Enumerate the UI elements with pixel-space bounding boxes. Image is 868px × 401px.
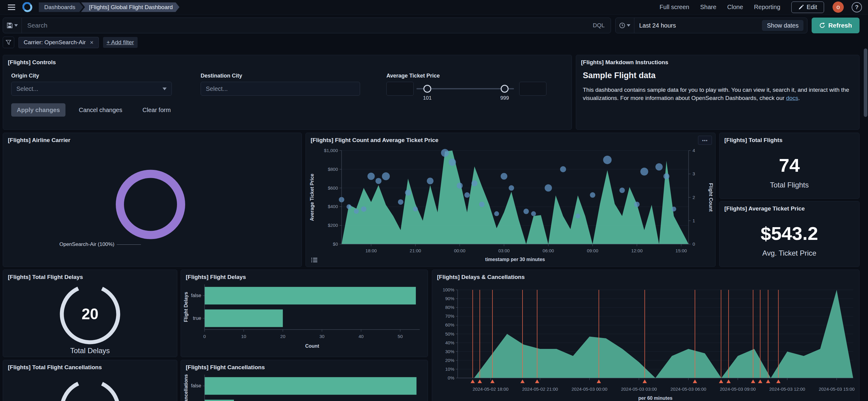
funnel-icon: [6, 40, 11, 45]
svg-text:80%: 80%: [445, 305, 454, 310]
breadcrumb-current-dashboard[interactable]: [Flights] Global Flight Dashboard: [81, 2, 179, 12]
refresh-icon: [819, 23, 825, 29]
panel-average-ticket-price: [Flights] Average Ticket Price $543.2 Av…: [719, 201, 860, 267]
search-input[interactable]: [22, 22, 587, 29]
panel-title[interactable]: [Flights] Markdown Instructions: [576, 55, 859, 66]
panel-menu-icon[interactable]: •••: [698, 136, 712, 145]
help-icon[interactable]: ?: [851, 2, 862, 12]
svg-text:$200: $200: [328, 223, 338, 228]
svg-text:0: 0: [692, 241, 695, 246]
total-cancellations-gauge: [3, 371, 177, 401]
price-range-handle-min[interactable]: [424, 85, 431, 93]
svg-text:$400: $400: [328, 204, 338, 209]
search-box: DQL: [3, 18, 611, 33]
panel-title[interactable]: [Flights] Delays & Cancellations: [432, 270, 859, 280]
svg-text:40: 40: [359, 334, 364, 339]
svg-text:06:00: 06:00: [542, 248, 554, 253]
panel-title[interactable]: [Flights] Total Flights: [719, 133, 859, 143]
svg-text:per 60 minutes: per 60 minutes: [638, 396, 673, 401]
panel-title[interactable]: [Flights] Flight Cancellations: [181, 360, 428, 371]
share-button[interactable]: Share: [700, 4, 716, 10]
flight-count-price-chart[interactable]: $0$200$400$600$800$1,0000123418:0021:000…: [306, 145, 715, 267]
svg-text:50%: 50%: [445, 331, 454, 336]
gauge-ring: [59, 378, 121, 401]
full-screen-button[interactable]: Full screen: [659, 4, 689, 10]
svg-text:0%: 0%: [447, 375, 454, 380]
svg-text:2024-05-03 03:00: 2024-05-03 03:00: [621, 387, 657, 392]
svg-text:20: 20: [280, 334, 285, 339]
opensearch-logo-icon[interactable]: [23, 2, 33, 12]
edit-button-label: Edit: [807, 4, 817, 10]
leader-line: [117, 244, 141, 245]
price-range-slider[interactable]: [416, 88, 514, 89]
chevron-down-icon: [627, 24, 630, 27]
svg-text:70%: 70%: [445, 313, 454, 319]
menu-icon: [8, 4, 15, 10]
time-range-value[interactable]: Last 24 hours: [639, 22, 676, 29]
panel-title[interactable]: [Flights] Total Flight Cancellations: [3, 360, 177, 371]
filter-pill-carrier[interactable]: Carrier: OpenSearch-Air ×: [19, 37, 99, 48]
markdown-body: This dashboard contains sample data for …: [583, 86, 853, 102]
svg-text:2024-05-03 12:00: 2024-05-03 12:00: [769, 387, 805, 392]
cancel-changes-button[interactable]: Cancel changes: [79, 103, 122, 116]
svg-text:90%: 90%: [445, 296, 454, 301]
svg-text:10%: 10%: [445, 366, 454, 372]
panel-title[interactable]: [Flights] Average Ticket Price: [719, 201, 859, 212]
svg-text:30%: 30%: [445, 349, 454, 354]
flight-delays-bar-chart[interactable]: falsetrue01020304050CountFlight Delays: [181, 282, 428, 357]
price-range-handle-max[interactable]: [501, 85, 508, 93]
svg-text:2024-05-02 18:00: 2024-05-02 18:00: [473, 387, 508, 392]
flight-cancellations-bar-chart[interactable]: falsetrue0102030405060CountFlight Cancel…: [181, 372, 428, 401]
menu-button[interactable]: [6, 2, 17, 13]
avatar[interactable]: o: [833, 1, 844, 13]
svg-text:30: 30: [319, 334, 324, 339]
clone-button[interactable]: Clone: [727, 4, 743, 10]
filter-options-button[interactable]: [3, 37, 14, 48]
metric-label: Total Flights: [770, 181, 809, 189]
panel-title[interactable]: [Flights] Controls: [3, 55, 571, 66]
price-max-input[interactable]: [519, 82, 547, 96]
refresh-button[interactable]: Refresh: [812, 18, 860, 33]
query-language-button[interactable]: DQL: [587, 22, 611, 29]
time-quick-select-button[interactable]: [616, 18, 634, 33]
docs-link[interactable]: docs: [786, 95, 798, 101]
delays-cancellations-chart[interactable]: 0%10%20%30%40%50%60%70%80%90%100%2024-05…: [432, 282, 859, 401]
origin-city-select[interactable]: Select...: [11, 82, 172, 96]
apply-changes-button[interactable]: Apply changes: [11, 103, 65, 116]
add-filter-button[interactable]: + Add filter: [103, 37, 137, 48]
save-icon: [7, 23, 13, 29]
destination-city-select[interactable]: Select...: [200, 82, 360, 96]
saved-query-button[interactable]: [3, 18, 22, 33]
svg-text:4: 4: [692, 148, 695, 153]
remove-filter-icon[interactable]: ×: [90, 39, 94, 46]
opensearch-dashboard-screen: Dashboards [Flights] Global Flight Dashb…: [0, 0, 868, 401]
filter-pill-label: Carrier: OpenSearch-Air: [24, 39, 86, 46]
reporting-button[interactable]: Reporting: [754, 4, 780, 10]
svg-text:$600: $600: [328, 186, 338, 191]
panel-title[interactable]: [Flights] Flight Count and Average Ticke…: [306, 133, 694, 143]
svg-text:18:00: 18:00: [366, 248, 377, 253]
edit-button[interactable]: Edit: [791, 1, 824, 13]
panel-flight-delays: [Flights] Flight Delays falsetrue0102030…: [181, 270, 428, 357]
svg-text:$800: $800: [328, 167, 338, 172]
airline-carrier-donut-chart[interactable]: [3, 145, 302, 267]
clear-form-button[interactable]: Clear form: [143, 103, 170, 116]
legend-toggle-icon[interactable]: [309, 256, 319, 264]
price-min-value: 101: [418, 95, 436, 101]
svg-text:15:00: 15:00: [676, 248, 687, 253]
svg-text:21:00: 21:00: [410, 248, 421, 253]
scrollbar-thumb[interactable]: [864, 48, 867, 117]
breadcrumb-dashboards[interactable]: Dashboards: [39, 2, 83, 12]
price-min-input[interactable]: [386, 82, 414, 96]
show-dates-button[interactable]: Show dates: [762, 20, 803, 31]
svg-text:0: 0: [204, 334, 206, 339]
nav-right: Full screen Share Clone Reporting Edit o…: [649, 1, 862, 13]
panel-title[interactable]: [Flights] Airline Carrier: [3, 133, 302, 143]
panel-title[interactable]: [Flights] Total Flight Delays: [3, 270, 177, 280]
svg-text:2: 2: [692, 195, 695, 200]
panel-airline-carrier: [Flights] Airline Carrier OpenSearch-Air…: [3, 133, 302, 267]
panel-flight-count-price: [Flights] Flight Count and Average Ticke…: [306, 133, 716, 267]
panel-title[interactable]: [Flights] Flight Delays: [181, 270, 428, 280]
svg-text:10: 10: [241, 334, 246, 339]
chevron-down-icon: [162, 88, 167, 90]
